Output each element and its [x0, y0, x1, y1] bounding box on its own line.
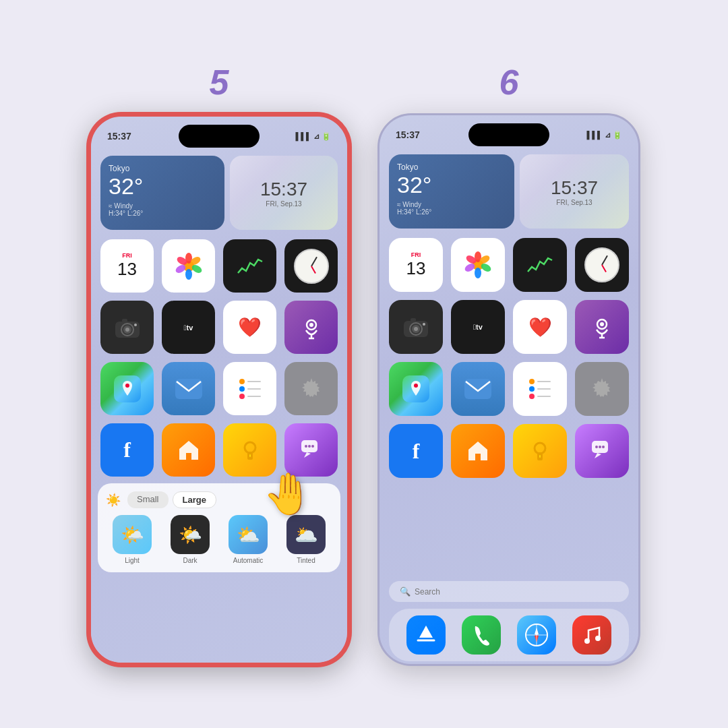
svg-point-10: [125, 328, 129, 332]
variant-label-dark: Dark: [183, 557, 197, 564]
section-number-5: 5: [210, 62, 229, 102]
appletv-app-5[interactable]: tv: [162, 301, 215, 354]
svg-rect-19: [175, 379, 202, 399]
status-time-6: 15:37: [396, 129, 420, 140]
feedback-app-5[interactable]: [284, 423, 338, 477]
clock-time-5: 15:37: [260, 179, 307, 200]
facebook-app-6[interactable]: f: [389, 424, 443, 478]
clock-app-5[interactable]: [284, 239, 338, 293]
spacer-6: [380, 482, 638, 577]
podcasts-app-6[interactable]: [575, 300, 629, 354]
svg-point-55: [595, 446, 598, 448]
podcasts-app-5[interactable]: [284, 301, 338, 354]
reminders-app-5[interactable]: [223, 362, 276, 415]
svg-point-21: [245, 442, 255, 453]
variant-icon-automatic: ⛅: [229, 515, 268, 554]
svg-point-64: [595, 636, 601, 641]
passwords-app-6[interactable]: [513, 424, 567, 478]
facebook-app-5[interactable]: f: [100, 423, 154, 477]
size-small-btn[interactable]: Small: [127, 491, 169, 508]
variant-label-light: Light: [125, 557, 140, 564]
settings-app-6[interactable]: [575, 362, 629, 416]
variant-automatic[interactable]: ⛅ Automatic: [222, 515, 274, 564]
svg-marker-54: [595, 453, 601, 458]
cal-day-5: 13: [117, 259, 137, 280]
settings-app-5[interactable]: [284, 362, 338, 415]
svg-point-39: [414, 327, 418, 331]
cursor-hand: 🤚: [263, 470, 313, 518]
phone-app-6[interactable]: [462, 615, 501, 655]
weather-city-5: Tokyo: [109, 164, 216, 173]
phone-5: 15:37 ▌▌▌ ⊿ 🔋 Tokyo 32° ≈ Windy H:34° L:…: [88, 113, 351, 666]
maps-app-5[interactable]: [100, 362, 154, 415]
status-icons-6: ▌▌▌ ⊿ 🔋: [587, 131, 623, 140]
clock-widget-5: 15:37 FRI, Sep.13: [230, 156, 338, 230]
stocks-app-6[interactable]: [513, 238, 567, 292]
clock-app-6[interactable]: [575, 238, 629, 292]
size-large-btn[interactable]: Large: [173, 491, 216, 508]
variant-label-tinted: Tinted: [297, 557, 315, 564]
widgets-row-6: Tokyo 32° ≈ Windy H:34° L:26° 15:37 FRI,…: [380, 149, 638, 234]
stocks-app-5[interactable]: [223, 239, 276, 293]
home-app-5[interactable]: [162, 423, 215, 477]
photos-app-6[interactable]: [451, 238, 505, 292]
svg-point-12: [134, 324, 137, 326]
feedback-app-6[interactable]: [575, 424, 629, 478]
search-text-6: Search: [415, 587, 440, 597]
svg-marker-25: [304, 452, 311, 458]
appstore-app-6[interactable]: [406, 615, 446, 655]
app-grid-row2-5: tv ❤️: [91, 297, 347, 358]
widgets-row-5: Tokyo 32° ≈ Windy H:34° L:26° 15:37 FRI,…: [91, 150, 347, 235]
svg-rect-48: [464, 379, 491, 399]
passwords-app-5[interactable]: [223, 423, 276, 477]
cal-header-6: FRI: [392, 251, 440, 258]
reminders-app-6[interactable]: [513, 362, 567, 416]
weather-detail-6: ≈ Windy H:34° L:26°: [397, 201, 506, 216]
dock-6: [389, 609, 629, 661]
svg-point-50: [535, 443, 545, 454]
svg-rect-40: [411, 318, 416, 322]
svg-point-33: [475, 268, 481, 278]
variant-tinted[interactable]: 🌥️ Tinted: [280, 515, 332, 564]
screen-5: 15:37 ▌▌▌ ⊿ 🔋 Tokyo 32° ≈ Windy H:34° L:…: [91, 117, 347, 663]
app-grid-row3-6: [380, 358, 638, 420]
cal-header-5: FRI: [103, 252, 151, 259]
calendar-app-5[interactable]: FRI 13: [100, 239, 154, 293]
appletv-app-6[interactable]: tv: [451, 300, 505, 354]
health-app-6[interactable]: ❤️: [513, 300, 567, 354]
variant-light[interactable]: 🌤️ Light: [106, 515, 158, 564]
calendar-app-6[interactable]: FRI 13: [389, 238, 443, 292]
weather-condition-5: ≈ Windy H:34° L:26°: [109, 202, 216, 217]
app-grid-row1-6: FRI 13: [380, 234, 638, 296]
svg-point-41: [423, 323, 425, 326]
health-app-5[interactable]: ❤️: [223, 301, 276, 354]
safari-app-6[interactable]: [517, 615, 556, 655]
mail-app-5[interactable]: [162, 362, 215, 415]
variant-icon-dark: 🌤️: [171, 515, 210, 554]
photos-app-5[interactable]: [162, 239, 215, 293]
svg-point-47: [414, 384, 418, 388]
clock-date-5: FRI, Sep.13: [260, 200, 307, 208]
svg-point-26: [305, 445, 307, 448]
weather-widget-5: Tokyo 32° ≈ Windy H:34° L:26°: [100, 156, 224, 230]
variant-icon-light: 🌤️: [113, 515, 152, 554]
dynamic-island-6: [468, 123, 549, 146]
phone-6: 15:37 ▌▌▌ ⊿ 🔋 Tokyo 32° ≈ Windy H:34° L:…: [377, 113, 640, 666]
weather-temp-6: 32°: [397, 172, 506, 198]
camera-app-6[interactable]: [389, 300, 443, 354]
maps-app-6[interactable]: [389, 362, 443, 416]
clock-time-6: 15:37: [551, 177, 598, 199]
variant-dark[interactable]: 🌤️ Dark: [164, 515, 216, 564]
camera-app-5[interactable]: [100, 301, 154, 354]
cal-day-6: 13: [406, 258, 426, 279]
search-bar-6[interactable]: 🔍 Search: [389, 581, 629, 602]
app-grid-row4-6: f: [380, 420, 638, 482]
home-app-6[interactable]: [451, 424, 505, 478]
svg-rect-11: [122, 319, 127, 322]
music-app-6[interactable]: [572, 615, 611, 655]
status-time-5: 15:37: [107, 131, 131, 142]
phone-6-section: 6 15:37 ▌▌▌ ⊿ 🔋 Tokyo 32° ≈ Windy H:3: [377, 62, 640, 666]
mail-app-6[interactable]: [451, 362, 505, 416]
svg-rect-23: [249, 454, 251, 457]
app-grid-row3-5: [91, 358, 347, 419]
